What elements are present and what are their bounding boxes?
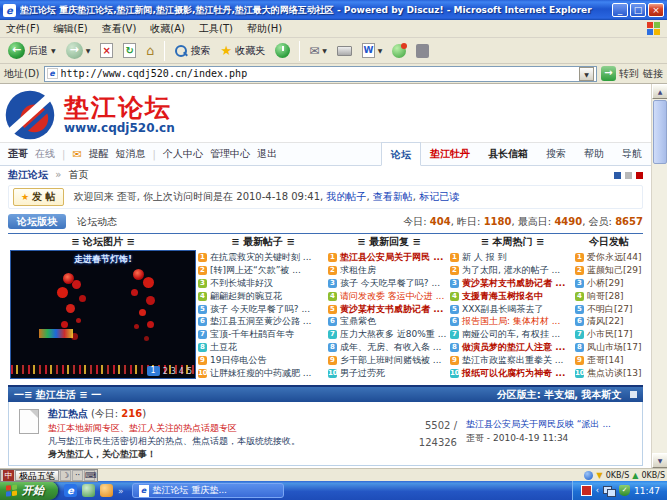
tray-network-icon[interactable]	[603, 486, 615, 495]
extra-tool-button[interactable]	[412, 43, 433, 59]
maximize-button[interactable]: □	[630, 3, 646, 17]
list-item[interactable]: 3不到长城非好汉	[198, 277, 328, 290]
list-item[interactable]: 5黄沙某村支书威胁记者 ...	[328, 303, 450, 316]
site-logo-icon[interactable]	[4, 89, 56, 141]
list-item[interactable]: 6宝鼎紫色	[328, 315, 450, 328]
menu-item[interactable]: 编辑(E)	[54, 22, 88, 36]
list-item[interactable]: 2蓝颜知己[29]	[575, 264, 643, 277]
tray-security-shield-icon[interactable]: ✓	[619, 485, 630, 496]
list-item[interactable]: 3小桥[29]	[575, 277, 643, 290]
home-button[interactable]: ⌂	[142, 42, 158, 59]
links-label[interactable]: 链接	[643, 67, 663, 81]
messenger-button[interactable]	[388, 43, 410, 59]
menu-item[interactable]: 文件(F)	[6, 22, 40, 36]
address-dropdown-icon[interactable]: ▼	[579, 67, 594, 81]
new-post-button[interactable]: ★ 发 帖	[13, 188, 64, 206]
tray-collapse-icon[interactable]: ‹	[596, 486, 599, 495]
list-item[interactable]: 1爱你永远[44]	[575, 251, 643, 264]
tab-帮助[interactable]: 帮助	[575, 142, 613, 166]
edit-button[interactable]: W ▼	[358, 42, 387, 59]
list-item[interactable]: 8成年、无房、有收入条 ...	[328, 341, 450, 354]
print-button[interactable]	[333, 45, 356, 57]
forum-dynamics-link[interactable]: 论坛动态	[77, 216, 117, 227]
notice-link[interactable]: 提醒	[89, 147, 109, 161]
list-item[interactable]: 8做演员梦的垫江人注意 ...	[450, 341, 575, 354]
list-item[interactable]: 10报纸可以化腐朽为神奇 ...	[450, 367, 575, 380]
pager-page-button[interactable]: 3	[171, 367, 176, 376]
list-item[interactable]: 5XXX副县长喝茶去了	[450, 303, 575, 316]
refresh-button[interactable]: ↻	[119, 42, 140, 59]
list-item[interactable]: 9垫江市政监察出重拳关 ...	[450, 354, 575, 367]
tab-垫江牡丹[interactable]: 垫江牡丹	[421, 142, 479, 166]
ime-punct-icon[interactable]: ··	[72, 470, 83, 481]
style-blue-button[interactable]	[614, 172, 621, 179]
moderator-link[interactable]: 我本斯文	[582, 389, 622, 400]
favorites-button[interactable]: ★ 收藏夹	[217, 42, 270, 59]
username-link[interactable]: 歪哥	[8, 147, 28, 161]
tray-app-icon[interactable]	[581, 485, 592, 496]
breadcrumb-site-link[interactable]: 垫江论坛	[8, 169, 48, 180]
scroll-up-button[interactable]: ▲	[652, 84, 667, 99]
menu-item[interactable]: 收藏(A)	[150, 22, 185, 36]
list-item[interactable]: 10让胖妹狂瘦的中药减肥 ...	[198, 367, 328, 380]
list-item[interactable]: 2[转]网上还“欠款”被 ...	[198, 264, 328, 277]
moderator-link[interactable]: 半支烟	[544, 389, 574, 400]
list-item[interactable]: 3孩子 今天吃早餐了吗? ...	[328, 277, 450, 290]
pager-page-button[interactable]: 4	[179, 367, 184, 376]
list-item[interactable]: 7南娅公司的车, 有权挂 ...	[450, 328, 575, 341]
address-input[interactable]	[61, 68, 576, 79]
menu-item[interactable]: 查看(V)	[102, 22, 137, 36]
list-item[interactable]: 3黄沙某村支书威胁记者 ...	[450, 277, 575, 290]
task-button-active[interactable]: e 垫江论坛 重庆垫...	[132, 483, 284, 498]
welcome-link[interactable]: 查看新帖	[373, 191, 413, 202]
list-item[interactable]: 7压力大熬夜多 近80%重 ...	[328, 328, 450, 341]
go-button[interactable]: → 转到	[601, 66, 639, 81]
mail-button[interactable]: ✉ ▼	[305, 43, 331, 59]
list-item[interactable]: 8凤山市场[17]	[575, 341, 643, 354]
forum-image-slideshow[interactable]: 走进春节灯饰! 12345	[10, 250, 196, 379]
list-item[interactable]: 6垫江县五洞至黄沙公路 ...	[198, 315, 328, 328]
scroll-down-button[interactable]: ▼	[652, 453, 667, 468]
lastpost-title-link[interactable]: 垫江县公安局关于网民反映 “派出 ...	[466, 419, 611, 429]
list-item[interactable]: 919日停电公告	[198, 354, 328, 367]
minimize-button[interactable]: _	[612, 3, 628, 17]
tab-县长信箱[interactable]: 县长信箱	[479, 142, 537, 166]
site-logo-text[interactable]: 垫江论坛 www.cqdj520.cn	[64, 95, 175, 135]
list-item[interactable]: 4支援青海玉树报名中	[450, 290, 575, 303]
list-item[interactable]: 10焦点访谈[13]	[575, 367, 643, 380]
list-item[interactable]: 5不明白[27]	[575, 303, 643, 316]
list-item[interactable]: 2求租住房	[328, 264, 450, 277]
list-item[interactable]: 1垫江县公安局关于网民 ...	[328, 251, 450, 264]
list-item[interactable]: 1新 人 报 到	[450, 251, 575, 264]
forward-button[interactable]: → ▼	[62, 41, 95, 60]
vertical-scrollbar[interactable]: ▲ ▼	[651, 84, 667, 468]
tab-论坛[interactable]: 论坛	[381, 142, 421, 166]
pager-page-button[interactable]: 5	[187, 367, 192, 376]
list-item[interactable]: 4请问发改委 客运中心进 ...	[328, 290, 450, 303]
back-button[interactable]: ← 后退 ▼	[4, 41, 60, 60]
stop-button[interactable]: ×	[96, 42, 117, 59]
quicklaunch-ie-icon[interactable]: e	[64, 484, 77, 497]
history-button[interactable]	[271, 42, 294, 59]
menu-item[interactable]: 帮助(H)	[247, 22, 282, 36]
logout-link[interactable]: 退出	[257, 147, 277, 161]
ime-fullhalf-icon[interactable]: ☽	[60, 470, 71, 481]
quicklaunch-more-icon[interactable]: »	[118, 486, 124, 496]
welcome-link[interactable]: 我的帖子	[326, 191, 366, 202]
style-gray-button[interactable]	[625, 172, 632, 179]
forum-blocks-button[interactable]: 论坛版块	[8, 214, 66, 229]
admin-link[interactable]: 管理中心	[210, 147, 250, 161]
list-item[interactable]: 6清风[22]	[575, 315, 643, 328]
list-item[interactable]: 9歪哥[14]	[575, 354, 643, 367]
list-item[interactable]: 5孩子 今天吃早餐了吗? ...	[198, 303, 328, 316]
scroll-thumb[interactable]	[653, 100, 667, 164]
list-item[interactable]: 1在抗震救灾的关键时刻 ...	[198, 251, 328, 264]
tab-搜索[interactable]: 搜索	[537, 142, 575, 166]
pm-link[interactable]: 短消息	[116, 147, 146, 161]
profile-link[interactable]: 个人中心	[163, 147, 203, 161]
ime-language-icon[interactable]: 中	[3, 470, 14, 481]
quicklaunch-app-icon[interactable]	[82, 484, 95, 497]
forum-name-link[interactable]: 垫江热点	[48, 408, 88, 419]
welcome-link[interactable]: 标记已读	[419, 191, 459, 202]
list-item[interactable]: 10男子过劳死	[328, 367, 450, 380]
